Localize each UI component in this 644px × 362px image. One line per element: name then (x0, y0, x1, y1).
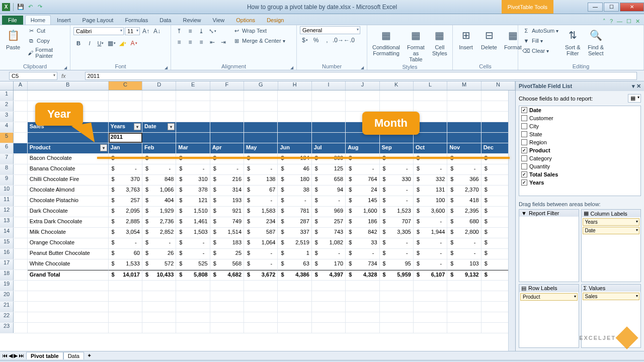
area-item-sales[interactable]: Sales (583, 293, 640, 300)
row-header-15[interactable]: 15 (0, 238, 14, 248)
font-name-combo[interactable]: Calibri (73, 27, 124, 35)
row-header-2[interactable]: 2 (0, 101, 14, 111)
field-date[interactable]: ✓Date (519, 106, 640, 114)
checkbox-icon[interactable]: ✓ (521, 179, 527, 186)
col-header-I[interactable]: I (312, 81, 346, 90)
checkbox-icon[interactable] (521, 115, 527, 121)
merge-center-button[interactable]: ⊞Merge & Center ▾ (231, 36, 286, 45)
col-header-F[interactable]: F (210, 81, 244, 90)
align-middle-icon[interactable]: ≡ (185, 26, 195, 36)
row-header-22[interactable]: 22 (0, 312, 14, 322)
italic-icon[interactable]: I (85, 38, 95, 48)
row-header-14[interactable]: 14 (0, 228, 14, 238)
field-layout-button[interactable]: ▦ (628, 94, 641, 103)
product-cell[interactable]: Extra Dark Chocolate (28, 217, 109, 227)
product-cell[interactable]: Orange Chocolate (28, 238, 109, 248)
col-header-N[interactable]: N (481, 81, 515, 90)
row-header-11[interactable]: 11 (0, 196, 14, 206)
cut-button[interactable]: ✂Cut (26, 26, 67, 35)
tab-home[interactable]: Home (25, 15, 51, 25)
sort-filter-button[interactable]: ⇅Sort & Filter (562, 26, 583, 57)
tab-design[interactable]: Design (261, 15, 289, 25)
checkbox-icon[interactable] (521, 139, 527, 145)
clipboard-launcher[interactable]: ◢ (64, 65, 67, 70)
indent-icon[interactable]: ⇥ (218, 37, 228, 47)
col-header-B[interactable]: B (28, 81, 109, 90)
grow-font-icon[interactable]: A↑ (141, 26, 151, 36)
tab-view[interactable]: View (207, 15, 230, 25)
product-cell[interactable]: Peanut Butter Chocolate (28, 249, 109, 259)
percent-format-icon[interactable]: % (311, 35, 321, 45)
area-item-product[interactable]: Product (520, 293, 578, 301)
undo-icon[interactable]: ↶ (26, 3, 34, 11)
col-header-L[interactable]: L (414, 81, 447, 90)
minimize-button[interactable]: — (588, 3, 603, 12)
checkbox-icon[interactable]: ✓ (521, 147, 527, 153)
row-header-16[interactable]: 16 (0, 249, 14, 259)
product-cell[interactable]: White Chocolate (28, 259, 109, 269)
row-header-5[interactable]: 5 (0, 133, 14, 143)
field-city[interactable]: City (519, 122, 640, 130)
product-cell[interactable]: Chilli Chocolate Fire (28, 175, 109, 185)
save-icon[interactable]: 💾 (17, 3, 25, 11)
row-header-7[interactable]: 7 (0, 154, 14, 164)
product-cell[interactable]: Chocolate Almond (28, 186, 109, 196)
file-tab[interactable]: File (2, 16, 23, 25)
number-launcher[interactable]: ◢ (361, 65, 364, 70)
orientation-icon[interactable]: ⤡ (207, 26, 217, 36)
tab-insert[interactable]: Insert (51, 15, 76, 25)
sheet-nav-next[interactable]: ▶ (14, 352, 18, 359)
minimize-ribbon-icon[interactable]: ˄ (603, 18, 606, 25)
row-header-13[interactable]: 13 (0, 217, 14, 227)
decrease-decimal-icon[interactable]: ←.0 (344, 35, 354, 45)
field-total-sales[interactable]: ✓Total Sales (519, 170, 640, 178)
col-header-A[interactable]: A (14, 81, 27, 90)
comma-format-icon[interactable]: , (322, 35, 332, 45)
product-filter-icon[interactable]: ▾ (100, 144, 107, 151)
product-cell[interactable]: Chocolate Pistachio (28, 196, 109, 206)
col-header-D[interactable]: D (142, 81, 176, 90)
close-button[interactable]: ✕ (620, 3, 644, 12)
field-customer[interactable]: Customer (519, 114, 640, 122)
row-header-23[interactable]: 23 (0, 323, 14, 333)
wrap-text-button[interactable]: ↩Wrap Text (231, 26, 286, 35)
excel-app-icon[interactable]: X (2, 3, 10, 11)
area-item-date[interactable]: Date (583, 227, 640, 234)
new-sheet-icon[interactable]: ✦ (84, 352, 95, 359)
increase-decimal-icon[interactable]: .0→ (333, 35, 343, 45)
sheet-tab-data[interactable]: Data (63, 352, 84, 359)
col-header-G[interactable]: G (244, 81, 278, 90)
row-header-12[interactable]: 12 (0, 207, 14, 217)
tab-options[interactable]: Options (230, 15, 261, 25)
fx-icon[interactable]: fx (57, 73, 70, 79)
row-header-20[interactable]: 20 (0, 291, 14, 301)
window-restore-icon[interactable]: ☐ (626, 18, 631, 25)
date-filter-icon[interactable]: ▾ (168, 123, 175, 130)
insert-cells-button[interactable]: ⊞Insert (456, 26, 476, 51)
shrink-font-icon[interactable]: A↓ (152, 26, 162, 36)
format-as-table-button[interactable]: ▦Format as Table (405, 26, 427, 63)
tab-formulas[interactable]: Formulas (119, 15, 153, 25)
row-header-1[interactable]: 1 (0, 90, 14, 101)
sheet-nav-prev[interactable]: ◀ (9, 352, 13, 359)
find-select-button[interactable]: 🔍Find & Select (586, 26, 606, 57)
checkbox-icon[interactable] (521, 123, 527, 129)
conditional-formatting-button[interactable]: ▦Conditional Formatting (370, 26, 402, 57)
align-top-icon[interactable]: ⤒ (174, 26, 184, 36)
font-launcher[interactable]: ◢ (165, 65, 168, 70)
alignment-launcher[interactable]: ◢ (290, 65, 293, 70)
align-left-icon[interactable]: ≡ (174, 37, 184, 47)
col-header-J[interactable]: J (346, 81, 379, 90)
redo-icon[interactable]: ↷ (36, 3, 44, 11)
row-header-10[interactable]: 10 (0, 186, 14, 196)
field-product[interactable]: ✓Product (519, 146, 640, 154)
product-cell[interactable]: Bacon Chocolate (28, 154, 109, 164)
area-item-years[interactable]: Years (583, 218, 640, 226)
tab-review[interactable]: Review (177, 15, 206, 25)
font-color-icon[interactable]: A (129, 38, 139, 48)
col-header-C[interactable]: C (109, 81, 142, 90)
row-header-18[interactable]: 18 (0, 270, 14, 280)
checkbox-icon[interactable] (521, 163, 527, 169)
row-header-17[interactable]: 17 (0, 259, 14, 269)
report-filter-area[interactable] (519, 217, 579, 282)
